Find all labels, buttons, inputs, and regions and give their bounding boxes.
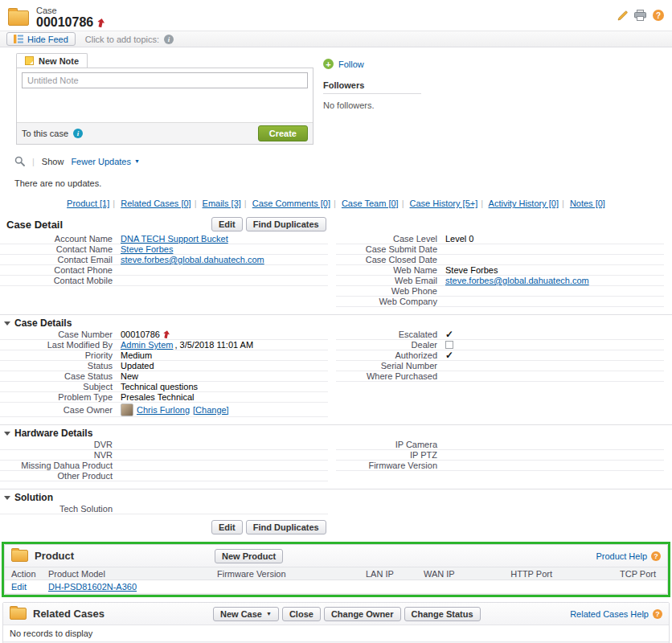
divider: |: [244, 199, 247, 208]
divider: |: [481, 199, 483, 208]
quicklink-case-comments[interactable]: Case Comments [0]: [252, 199, 330, 208]
quicklink-case-history[interactable]: Case History [5+]: [410, 199, 478, 208]
quicklink-activity-history[interactable]: Activity History [0]: [489, 199, 559, 208]
product-related-list: Product New Product Product Help ? Actio…: [4, 544, 668, 595]
no-records-text: No records to display: [3, 625, 669, 641]
find-duplicates-button[interactable]: Find Duplicates: [246, 520, 326, 534]
tab-new-note[interactable]: New Note: [16, 53, 88, 68]
edit-page-icon[interactable]: [617, 10, 628, 21]
field-row: Contact Emailsteve.forbes@global.dahuate…: [0, 255, 328, 265]
quicklink-related-cases[interactable]: Related Cases [0]: [121, 199, 191, 208]
solution-title: Solution: [14, 492, 53, 503]
hardware-details-title: Hardware Details: [14, 428, 92, 439]
note-footer: To this case i Create: [17, 122, 313, 144]
contact-name-link[interactable]: Steve Forbes: [121, 244, 173, 254]
highlight-annotation: Product New Product Product Help ? Actio…: [2, 542, 670, 597]
unchecked-checkbox-icon: [445, 341, 453, 349]
product-list-header: Product New Product Product Help ?: [5, 545, 667, 567]
product-model-link[interactable]: DH-PSD81602N-A360: [48, 582, 137, 592]
add-topics-link[interactable]: Click to add topics:: [85, 35, 159, 44]
field-row: Case Number00010786: [0, 330, 328, 340]
field-row: Case OwnerChris Furlong[Change]: [0, 403, 328, 417]
divider: |: [562, 199, 564, 208]
product-edit-link[interactable]: Edit: [11, 582, 27, 592]
collapse-icon[interactable]: [4, 432, 10, 436]
change-status-button[interactable]: Change Status: [404, 607, 481, 621]
field-row: Other Product: [0, 471, 328, 481]
field-row: Web Phone: [336, 286, 664, 297]
feed-filter-dropdown[interactable]: Fewer Updates ▼: [71, 157, 140, 166]
case-detail-header: Case Detail Edit Find Duplicates: [0, 217, 672, 234]
quicklink-emails[interactable]: Emails [3]: [203, 199, 241, 208]
related-cases-help-link[interactable]: Related Cases Help ?: [570, 609, 662, 619]
solution-fields: Tech Solution: [0, 504, 672, 514]
hide-feed-button[interactable]: Hide Feed: [6, 32, 76, 46]
field-row: Last Modified ByAdmin Sytem, 3/5/2018 11…: [0, 340, 328, 350]
new-note-tab-label: New Note: [39, 56, 79, 66]
collapse-icon[interactable]: [4, 496, 10, 500]
account-name-link[interactable]: DNA TECH Support Bucket: [121, 234, 228, 244]
quicklink-product[interactable]: Product [1]: [67, 199, 109, 208]
follow-plus-icon: +: [323, 59, 334, 69]
divider: |: [113, 199, 115, 208]
no-followers-text: No followers.: [323, 100, 452, 110]
quicklink-case-team[interactable]: Case Team [0]: [342, 199, 399, 208]
help-icon[interactable]: ?: [653, 10, 664, 21]
collapse-icon[interactable]: [4, 322, 10, 326]
follow-panel: + Follow Followers No followers.: [323, 52, 452, 145]
divider: |: [334, 199, 336, 208]
note-title-input[interactable]: [22, 72, 308, 88]
case-details-fields: Case Number00010786 Last Modified ByAdmi…: [0, 330, 672, 417]
field-row: Web Emailsteve.forbes@global.dahuatech.c…: [336, 276, 664, 286]
change-owner-link[interactable]: [Change]: [193, 405, 229, 415]
note-info-icon[interactable]: i: [73, 129, 83, 138]
edit-button[interactable]: Edit: [211, 520, 243, 534]
find-duplicates-button[interactable]: Find Duplicates: [246, 217, 326, 231]
product-list-title: Product: [35, 550, 74, 562]
product-table-header: Action Product Model Firmware Version LA…: [5, 567, 667, 580]
search-icon[interactable]: [14, 156, 25, 166]
print-icon[interactable]: [634, 10, 646, 21]
new-case-button[interactable]: New Case ▼: [213, 607, 279, 621]
quicklink-notes[interactable]: Notes [0]: [570, 199, 605, 208]
page: Case 00010786 ? Hide Feed Click to add t…: [0, 0, 672, 643]
case-detail-fields: Account NameDNA TECH Support Bucket Cont…: [0, 234, 672, 307]
web-email-link[interactable]: steve.forbes@global.dahuatech.com: [445, 276, 589, 285]
field-row: PriorityMedium: [0, 350, 328, 361]
edit-button[interactable]: Edit: [211, 217, 243, 231]
field-row: Case Closed Date: [336, 255, 664, 265]
case-owner-link[interactable]: Chris Furlong: [137, 405, 190, 415]
divider: |: [32, 157, 35, 166]
field-row: IP Camera: [336, 440, 664, 450]
new-product-button[interactable]: New Product: [215, 549, 283, 563]
field-row: Tech Solution: [0, 504, 328, 514]
contact-email-link[interactable]: steve.forbes@global.dahuatech.com: [121, 255, 264, 264]
field-row: Authorized✓: [336, 350, 664, 361]
hide-feed-label: Hide Feed: [27, 35, 68, 44]
change-owner-button[interactable]: Change Owner: [324, 607, 401, 621]
create-note-button[interactable]: Create: [258, 125, 308, 141]
field-row: StatusUpdated: [0, 361, 328, 371]
topics-info-icon[interactable]: i: [164, 35, 174, 44]
page-header: Case 00010786 ?: [0, 0, 672, 31]
owner-avatar[interactable]: [121, 403, 133, 416]
chevron-down-icon: ▼: [266, 611, 272, 616]
note-body-input[interactable]: [17, 88, 313, 122]
detail-bottom-buttons: Edit Find Duplicates: [211, 520, 672, 534]
case-details-section-header: Case Details: [0, 314, 672, 330]
field-row: Contact Phone: [0, 265, 328, 276]
close-case-button[interactable]: Close: [282, 607, 321, 621]
feed-toolbar: Hide Feed Click to add topics: i: [0, 31, 672, 47]
related-list-quicklinks: Product [1]| Related Cases [0]| Emails […: [0, 199, 672, 208]
product-help-link[interactable]: Product Help ?: [596, 551, 661, 561]
field-row: IP PTZ: [336, 450, 664, 461]
case-detail-title: Case Detail: [6, 219, 63, 231]
last-modified-by-link[interactable]: Admin Sytem: [121, 340, 173, 350]
new-note-panel: To this case i Create: [16, 68, 313, 145]
chevron-down-icon: ▼: [134, 158, 140, 164]
field-row: Serial Number: [336, 361, 664, 371]
follow-link[interactable]: Follow: [338, 59, 364, 69]
field-row: Escalated✓: [336, 330, 664, 340]
field-row: NVR: [0, 450, 328, 461]
related-cases-header: Related Cases New Case ▼ Close Change Ow…: [3, 603, 669, 625]
